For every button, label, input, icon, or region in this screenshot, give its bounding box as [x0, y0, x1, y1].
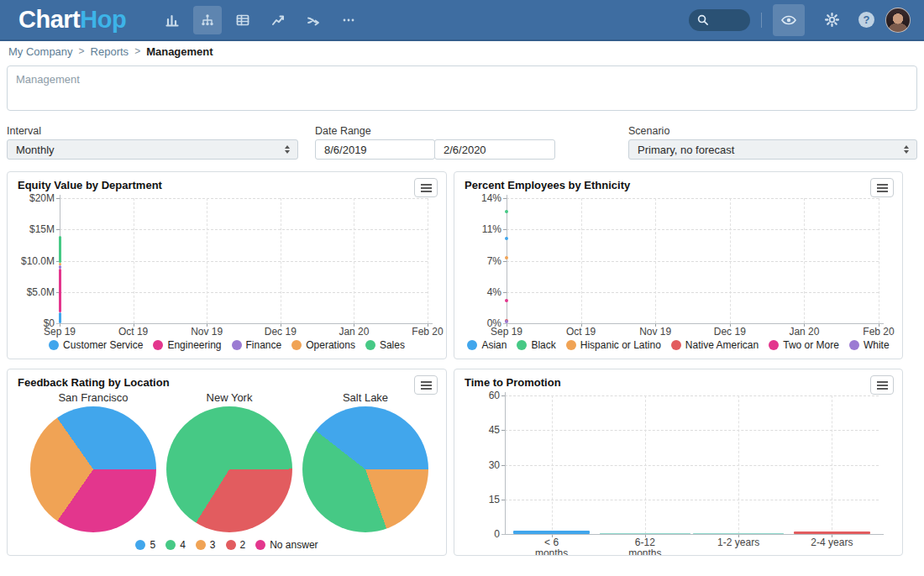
main-nav — [158, 6, 363, 34]
legend-item[interactable]: Native American — [671, 339, 759, 351]
interval-label: Interval — [7, 125, 41, 137]
pie-chart-san-francisco[interactable] — [30, 406, 156, 532]
legend-item[interactable]: Finance — [232, 339, 282, 351]
chart-menu-button[interactable] — [414, 178, 438, 197]
x-gridline — [581, 198, 582, 323]
x-gridline — [552, 395, 553, 534]
legend-label: No answer — [270, 539, 318, 551]
legend-dot — [255, 540, 265, 550]
y-axis-label: 11% — [454, 223, 501, 235]
legend-dot — [232, 340, 242, 350]
scenario-select[interactable]: Primary, no forecast — [628, 139, 917, 160]
flow-arrows-nav-button[interactable] — [299, 6, 328, 34]
legend-item[interactable]: Two or More — [769, 339, 839, 351]
y-axis-label: $10.0M — [8, 255, 55, 267]
interval-value: Monthly — [16, 144, 55, 156]
more-options-nav-button[interactable] — [334, 6, 363, 34]
y-axis-label: 14% — [454, 192, 501, 204]
series-segment-engineering — [59, 269, 61, 312]
legend-item[interactable]: Hispanic or Latino — [566, 339, 661, 351]
x-axis-label: < 6 months — [528, 537, 575, 556]
chart-menu-button[interactable] — [870, 375, 894, 395]
x-gridline — [655, 198, 656, 323]
pie-chart-new-york[interactable] — [166, 406, 292, 532]
y-gridline — [507, 198, 879, 199]
legend-item[interactable]: Customer Service — [49, 339, 143, 351]
legend-item[interactable]: Sales — [365, 339, 405, 351]
legend-dot — [849, 340, 859, 350]
hamburger-icon — [877, 187, 888, 189]
chart-legend: Customer ServiceEngineeringFinanceOperat… — [8, 339, 446, 351]
trend-chart-nav-button[interactable] — [264, 6, 292, 34]
bar-6-12-months — [600, 533, 690, 535]
org-chart-icon — [200, 13, 215, 28]
date-start-value: 8/6/2019 — [324, 144, 367, 156]
legend-item[interactable]: White — [849, 339, 890, 351]
chart-title: Equity Value by Department — [18, 179, 162, 191]
legend-label: Sales — [380, 339, 405, 351]
x-axis-label: Oct 19 — [110, 327, 157, 338]
legend-item[interactable]: 4 — [165, 539, 186, 551]
bar-chart-nav-button[interactable] — [158, 6, 186, 34]
pie-chart-salt-lake[interactable] — [302, 406, 428, 532]
x-axis-label: Dec 19 — [257, 327, 304, 338]
y-axis-label: 7% — [454, 255, 501, 267]
legend-item[interactable]: Black — [517, 339, 555, 351]
breadcrumb-my-company[interactable]: My Company — [8, 45, 73, 58]
y-axis-label: 45 — [454, 424, 500, 436]
y-gridline — [60, 261, 428, 262]
y-axis-label: $5.0M — [8, 286, 55, 298]
legend-dot — [671, 340, 681, 350]
breadcrumb-separator: > — [134, 45, 140, 57]
y-gridline — [60, 198, 428, 199]
breadcrumb-reports[interactable]: Reports — [91, 45, 129, 58]
legend-item[interactable]: 5 — [135, 539, 155, 551]
legend-label: 5 — [150, 539, 155, 551]
pie-title-new-york: New York — [166, 391, 292, 404]
trend-chart-icon — [270, 13, 286, 28]
legend-item[interactable]: Engineering — [153, 339, 221, 351]
visibility-toggle-button[interactable] — [773, 4, 805, 36]
legend-item[interactable]: Operations — [291, 339, 355, 351]
interval-select[interactable]: Monthly — [7, 139, 298, 160]
data-table-nav-button[interactable] — [228, 6, 257, 34]
x-axis-label: Jan 20 — [780, 327, 827, 338]
chart-title: Feedback Rating by Location — [18, 376, 170, 389]
settings-button[interactable] — [816, 4, 848, 36]
date-end-input[interactable]: 2/6/2020 — [434, 139, 555, 160]
y-gridline — [507, 261, 879, 262]
x-gridline — [134, 198, 134, 323]
help-button[interactable]: ? — [858, 12, 874, 28]
org-chart-nav-button[interactable] — [193, 6, 222, 34]
report-description-textarea[interactable]: Management — [7, 65, 917, 111]
x-axis-line — [503, 323, 884, 324]
legend-label: Black — [531, 339, 555, 351]
legend-item[interactable]: 2 — [226, 539, 246, 551]
data-point-hispanic-or-latino — [505, 256, 508, 259]
y-axis-label: 4% — [454, 286, 501, 298]
x-gridline — [281, 198, 281, 323]
y-axis-label: 15 — [454, 494, 500, 505]
x-gridline — [730, 198, 731, 323]
legend-dot — [566, 340, 576, 350]
legend-dot — [153, 340, 163, 350]
date-start-input[interactable]: 8/6/2019 — [315, 139, 435, 160]
select-arrows-icon — [285, 145, 290, 154]
chart-menu-button[interactable] — [870, 178, 894, 197]
bar-1-2-years — [693, 533, 784, 535]
search-input[interactable] — [689, 9, 750, 31]
legend-dot — [517, 340, 527, 350]
x-axis-label: Nov 19 — [632, 327, 679, 338]
legend-label: 3 — [210, 539, 216, 551]
x-axis-label: Oct 19 — [558, 327, 605, 338]
legend-item[interactable]: Asian — [467, 339, 507, 351]
legend-item[interactable]: 3 — [196, 539, 216, 551]
charthop-logo[interactable]: ChartHop — [18, 0, 126, 39]
help-glyph: ? — [864, 13, 870, 26]
logo-text-hop: Hop — [80, 6, 126, 33]
legend-item[interactable]: No answer — [255, 539, 318, 551]
user-avatar[interactable] — [885, 8, 911, 33]
search-icon — [696, 13, 709, 26]
chart-legend: AsianBlackHispanic or LatinoNative Ameri… — [454, 339, 902, 351]
x-axis-label: Sep 19 — [483, 327, 530, 338]
